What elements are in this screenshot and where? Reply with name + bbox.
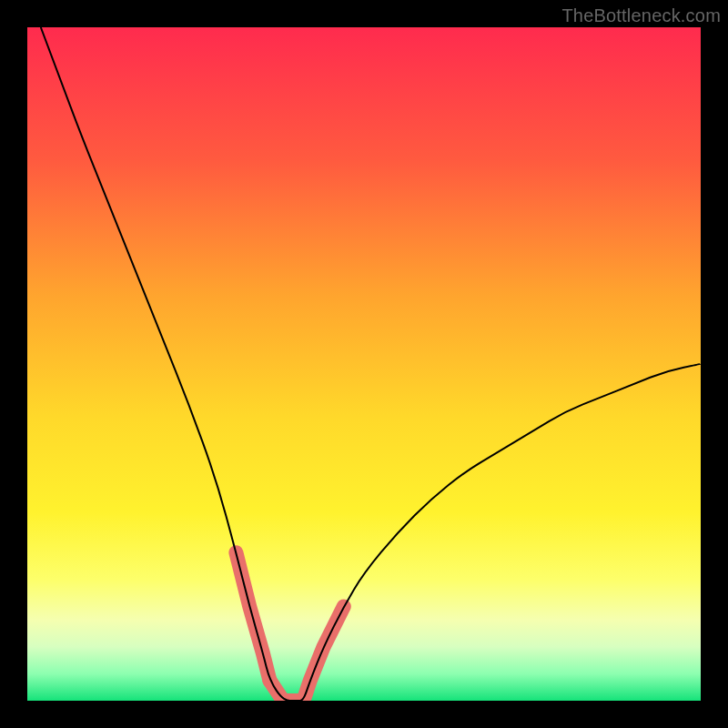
watermark-text: TheBottleneck.com [561,5,721,26]
gradient-background [27,27,701,701]
bottleneck-chart [27,27,701,701]
chart-frame: TheBottleneck.com [0,0,728,728]
plot-area [27,27,701,701]
